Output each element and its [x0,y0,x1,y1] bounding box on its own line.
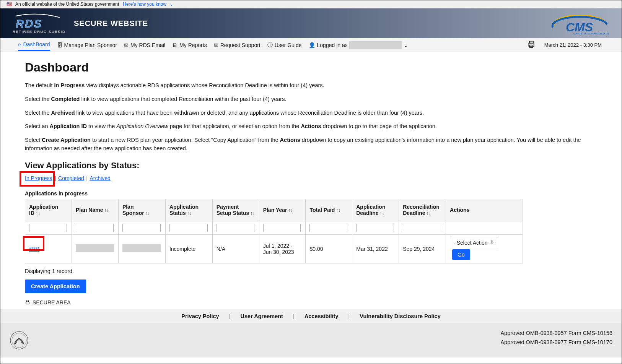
sort-icon: ↑↓ [288,208,293,213]
filter-plan-name[interactable] [76,224,114,232]
redacted-plan-name [76,244,114,252]
filter-application-status[interactable] [169,224,208,232]
table-title: Applications in progress [25,190,599,197]
go-button[interactable]: Go [452,249,470,260]
gov-banner: 🇺🇸 An official website of the United Sta… [0,0,622,8]
footer-vulnerability[interactable]: Vulnerability Disclosure Policy [360,313,440,319]
support-icon: ✉ [214,42,218,48]
sort-icon: ↑↓ [336,208,340,213]
filter-reconciliation-deadline[interactable] [403,224,441,232]
user-icon: 👤 [309,42,315,48]
action-select[interactable]: - Select Action - [450,238,497,249]
nav-my-reports[interactable]: 🗎 My Reports [172,40,207,50]
page-title: Dashboard [25,60,599,75]
chevron-down-icon[interactable]: ⌄ [169,2,173,7]
nav-dashboard-label: DashBoard [23,41,50,47]
svg-point-8 [10,332,28,349]
us-flag-icon: 🇺🇸 [7,2,12,7]
nav-support-label: Request Support [220,42,261,48]
col-plan-year[interactable]: Plan Year↑↓ [259,199,306,221]
col-total-paid[interactable]: Total Paid↑↓ [306,199,352,221]
filter-application-id[interactable] [29,224,67,232]
col-application-deadline[interactable]: Application Deadline↑↓ [352,199,399,221]
svg-rect-7 [26,302,29,304]
home-icon: ⌂ [18,41,21,47]
svg-text:RETIREE DRUG SUBSIDY: RETIREE DRUG SUBSIDY [13,29,65,34]
document-icon: 🗎 [172,42,177,48]
filter-plan-year[interactable] [263,224,301,232]
nav-rds-email[interactable]: ✉ My RDS Email [124,40,165,50]
nav-manage-label: Manage Plan Sponsor [64,42,117,48]
cell-recon-deadline: Sep 29, 2024 [399,234,446,263]
cell-total-paid: $0.00 [306,234,352,263]
svg-text:CMS: CMS [566,20,593,34]
filter-application-deadline[interactable] [356,224,394,232]
briefcase-icon: 🗄 [57,42,62,48]
record-count: Displaying 1 record. [25,268,599,274]
how-you-know-link[interactable]: Here's how you know [123,2,166,7]
status-link-in-progress[interactable]: In Progress [25,175,52,181]
brand-header: RDS RETIREE DRUG SUBSIDY SECURE WEBSITE … [0,8,622,38]
footer-accessibility[interactable]: Accessibility [304,313,339,319]
redacted-username [349,41,402,49]
status-link-archived[interactable]: Archived [90,175,110,181]
sort-icon: ↑↓ [380,211,384,216]
omb-line-1: Approved OMB-0938-0957 Form CMS-10156 [500,328,612,338]
cell-app-deadline: Mar 31, 2022 [352,234,399,263]
footer-user-agreement[interactable]: User Agreement [240,313,283,319]
sort-icon: ↑↓ [187,211,192,216]
nav-logged-label: Logged in as [317,42,348,48]
chevron-down-icon[interactable]: ⌄ [404,42,408,48]
print-icon[interactable] [528,41,535,49]
filter-total-paid[interactable] [309,224,347,232]
nav-request-support[interactable]: ✉ Request Support [214,40,261,50]
secure-area-text: SECURE AREA [33,299,71,306]
svg-text:RDS: RDS [16,17,42,30]
cell-plan-year: Jul 1, 2022 - Jun 30, 2023 [259,234,306,263]
main-content: Dashboard The default In Progress view d… [0,52,622,306]
sort-icon: ↑↓ [426,211,431,216]
footer-privacy[interactable]: Privacy Policy [181,313,219,319]
nav-dashboard[interactable]: ⌂ DashBoard [18,39,50,51]
status-link-completed[interactable]: Completed [58,175,84,181]
rds-logo-svg: RDS RETIREE DRUG SUBSIDY [11,12,65,34]
nav-logged-in[interactable]: 👤 Logged in as ⌄ [309,39,408,51]
email-icon: ✉ [124,42,129,48]
view-by-status-heading: View Applications by Status: [25,161,599,171]
nav-email-label: My RDS Email [130,42,165,48]
status-links: In Progress | Completed | Archived [25,175,599,181]
svg-point-9 [12,333,26,348]
col-payment-status[interactable]: Payment Setup Status↑↓ [212,199,259,221]
omb-line-2: Approved OMB-0938-0977 Form CMS-10170 [500,338,612,347]
intro-text: The default In Progress view displays ac… [25,81,599,153]
cell-payment-status: N/A [212,234,259,263]
info-icon: ⓘ [267,42,273,49]
col-plan-name[interactable]: Plan Name↑↓ [72,199,118,221]
gov-banner-text: An official website of the United States… [15,2,119,7]
svg-text:CENTERS FOR MEDICARE & MEDICAI: CENTERS FOR MEDICARE & MEDICAID SERVICES [573,32,609,35]
sort-icon: ↑↓ [104,208,109,213]
sort-icon: ↑↓ [36,211,40,216]
nav-manage-plan-sponsor[interactable]: 🗄 Manage Plan Sponsor [57,40,117,50]
nav-user-guide[interactable]: ⓘ User Guide [267,39,302,51]
current-datetime: March 21, 2022 - 3:30 PM [544,42,602,48]
applications-table: Application ID↑↓ Plan Name↑↓ Plan Sponso… [25,199,523,263]
col-application-status[interactable]: Application Status↑↓ [165,199,212,221]
create-application-button[interactable]: Create Application [25,280,86,293]
table-row: ***** Incomplete N/A Jul 1, 2022 - Jun 3… [25,234,523,263]
secure-website-text: SECURE WEBSITE [74,19,148,28]
col-reconciliation-deadline[interactable]: Reconciliation Deadline↑↓ [399,199,446,221]
nav-bar: ⌂ DashBoard 🗄 Manage Plan Sponsor ✉ My R… [0,38,622,52]
nav-guide-label: User Guide [275,42,302,48]
footer-bottom: Approved OMB-0938-0957 Form CMS-10156 Ap… [0,323,622,358]
footer-links: Privacy Policy | User Agreement | Access… [0,309,622,323]
secure-area: SECURE AREA [25,299,599,306]
nav-reports-label: My Reports [179,42,207,48]
col-plan-sponsor[interactable]: Plan Sponsor↑↓ [118,199,165,221]
lock-icon [25,299,30,306]
application-id-link[interactable]: ***** [29,246,39,252]
filter-plan-sponsor[interactable] [122,224,161,232]
sort-icon: ↑↓ [145,211,150,216]
filter-payment-status[interactable] [217,224,254,232]
col-application-id[interactable]: Application ID↑↓ [25,199,72,221]
